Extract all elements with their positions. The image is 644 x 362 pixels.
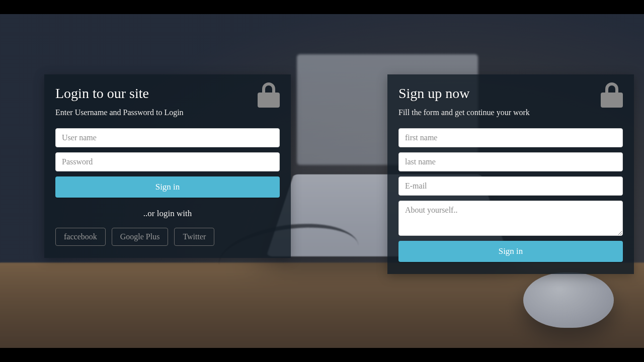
about-textarea[interactable] [398, 201, 623, 236]
login-title: Login to our site [55, 85, 280, 102]
signup-submit-button[interactable]: Sign in [398, 241, 623, 262]
google-plus-button[interactable]: Google Plus [112, 228, 169, 246]
letterbox-bottom [0, 348, 644, 362]
login-subtitle: Enter Username and Password to Login [55, 107, 206, 119]
facebook-button[interactable]: faccebook [55, 228, 106, 246]
firstname-input[interactable] [398, 128, 623, 147]
signup-header: Sign up now Fill the form and get contin… [398, 85, 623, 119]
lock-icon [258, 82, 280, 108]
social-login-row: faccebook Google Plus Twitter [55, 228, 280, 246]
email-input[interactable] [398, 176, 623, 196]
login-card: Login to our site Enter Username and Pas… [44, 74, 291, 258]
password-input[interactable] [55, 152, 280, 171]
twitter-button[interactable]: Twitter [174, 228, 214, 246]
page-background: Login to our site Enter Username and Pas… [0, 14, 644, 348]
signup-subtitle: Fill the form and get continue your work [398, 107, 549, 119]
login-divider-text: ..or login with [55, 209, 280, 219]
lock-icon [601, 82, 623, 108]
login-header: Login to our site Enter Username and Pas… [55, 85, 280, 119]
username-input[interactable] [55, 128, 280, 147]
signup-card: Sign up now Fill the form and get contin… [387, 74, 634, 274]
login-submit-button[interactable]: Sign in [55, 176, 280, 198]
lastname-input[interactable] [398, 152, 623, 171]
signup-title: Sign up now [398, 85, 623, 102]
letterbox-top [0, 0, 644, 14]
